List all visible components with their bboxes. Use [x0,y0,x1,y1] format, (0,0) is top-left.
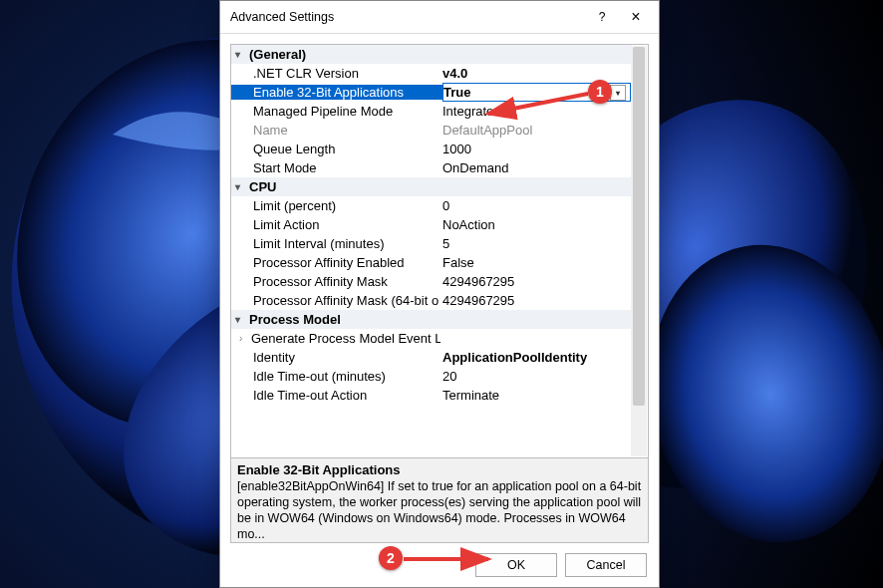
prop-value: 1000 [442,142,631,156]
svg-line-5 [488,94,588,114]
prop-name: Managed Pipeline Mode [253,104,442,119]
prop-value: 4294967295 [442,293,631,308]
prop-name: Processor Affinity Enabled [253,255,442,270]
prop-name: Name [253,123,442,138]
prop-name: Processor Affinity Mask (64-bit o [253,293,442,308]
chevron-down-icon: ▾ [616,85,620,102]
row-idle-timeout-action[interactable]: Idle Time-out ActionTerminate [231,386,631,405]
arrow-annotation-1 [478,86,598,126]
row-idle-timeout[interactable]: Idle Time-out (minutes)20 [231,367,631,386]
prop-name: Queue Length [253,142,442,156]
prop-value: NoAction [442,217,631,232]
prop-name: Limit (percent) [253,198,442,213]
help-button[interactable]: ? [585,4,619,30]
prop-name: Idle Time-out Action [253,388,442,403]
row-limit-interval[interactable]: Limit Interval (minutes)5 [231,234,631,253]
prop-value: 20 [442,369,631,384]
prop-name: Start Mode [253,160,442,175]
category-label: CPU [249,179,276,194]
description-pane: Enable 32-Bit Applications [enable32BitA… [231,457,648,542]
chevron-right-icon: › [239,333,251,344]
category-label: (General) [249,47,306,62]
prop-value: Terminate [442,388,631,403]
category-process-model[interactable]: ▾Process Model [231,310,631,329]
titlebar[interactable]: Advanced Settings ? × [220,1,659,34]
prop-value: 0 [442,198,631,213]
row-net-clr[interactable]: .NET CLR Versionv4.0 [231,64,631,83]
prop-value: True [443,85,470,100]
vertical-scrollbar[interactable] [631,46,647,456]
prop-value: False [442,255,631,270]
callout-badge-1: 1 [588,80,612,104]
prop-name: Identity [253,350,442,365]
chevron-down-icon: ▾ [235,49,249,60]
row-processor-affinity-mask-64[interactable]: Processor Affinity Mask (64-bit o4294967… [231,291,631,310]
scrollbar-thumb[interactable] [633,47,645,406]
close-button[interactable]: × [619,4,653,30]
prop-value: 5 [442,236,631,251]
prop-name: Processor Affinity Mask [253,274,442,289]
prop-value: OnDemand [442,160,631,175]
prop-value: 4294967295 [442,274,631,289]
row-limit-percent[interactable]: Limit (percent)0 [231,196,631,215]
arrow-annotation-2 [399,546,498,572]
description-body: [enable32BitAppOnWin64] If set to true f… [237,478,642,542]
prop-name: .NET CLR Version [253,66,442,81]
row-processor-affinity-mask[interactable]: Processor Affinity Mask4294967295 [231,272,631,291]
description-title: Enable 32-Bit Applications [237,462,642,477]
row-limit-action[interactable]: Limit ActionNoAction [231,215,631,234]
row-processor-affinity-enabled[interactable]: Processor Affinity EnabledFalse [231,253,631,272]
window-title: Advanced Settings [230,10,585,24]
row-identity[interactable]: IdentityApplicationPoolIdentity [231,348,631,367]
chevron-down-icon: ▾ [235,181,249,192]
prop-name: Enable 32-Bit Applications [231,85,442,100]
row-start-mode[interactable]: Start ModeOnDemand [231,158,631,177]
chevron-down-icon: ▾ [235,314,249,325]
category-general[interactable]: ▾(General) [231,45,631,64]
cancel-button[interactable]: Cancel [565,553,647,577]
prop-name: Limit Interval (minutes) [253,236,442,251]
prop-value: v4.0 [442,66,631,81]
dropdown-button[interactable]: ▾ [610,85,626,101]
prop-name: Generate Process Model Event L [251,331,441,346]
prop-value: ApplicationPoolIdentity [442,350,631,365]
callout-badge-2: 2 [379,546,403,570]
row-queue-length[interactable]: Queue Length1000 [231,140,631,158]
prop-name: Idle Time-out (minutes) [253,369,442,384]
category-cpu[interactable]: ▾CPU [231,177,631,196]
category-label: Process Model [249,312,341,327]
row-generate-process-model-event[interactable]: ›Generate Process Model Event L [231,329,631,348]
prop-name: Limit Action [253,217,442,232]
